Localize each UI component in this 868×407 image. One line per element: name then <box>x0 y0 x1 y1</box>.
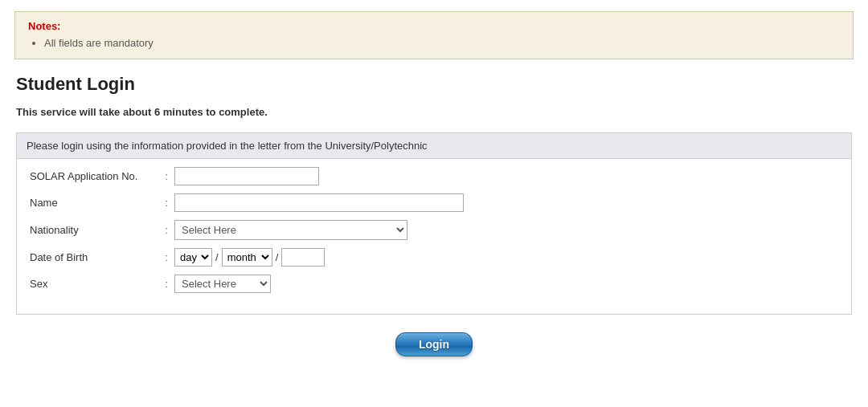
sex-label: Sex <box>30 278 158 290</box>
form-header: Please login using the information provi… <box>17 133 851 159</box>
sex-row: Sex : Select HereMaleFemale <box>30 275 838 293</box>
page-title: Student Login <box>16 74 852 95</box>
nationality-label: Nationality <box>30 224 158 236</box>
dob-month-select[interactable]: monthJanFebMarAprMayJunJulAugSepOctNovDe… <box>222 248 272 267</box>
form-body: SOLAR Application No. : Name : Nationali… <box>17 159 851 314</box>
name-input[interactable] <box>174 193 464 212</box>
dob-container: day1234567891011121314151617181920212223… <box>174 248 838 267</box>
dob-colon: : <box>158 251 174 263</box>
solar-field <box>174 167 838 185</box>
solar-input[interactable] <box>174 167 319 185</box>
name-field <box>174 193 838 212</box>
nationality-colon: : <box>158 224 174 236</box>
name-row: Name : <box>30 193 838 212</box>
nationality-row: Nationality : Select HereSingapore Citiz… <box>30 220 838 240</box>
notes-title: Notes: <box>28 20 840 32</box>
dob-label: Date of Birth <box>30 251 158 263</box>
sex-colon: : <box>158 278 174 290</box>
solar-row: SOLAR Application No. : <box>30 167 838 185</box>
dob-row: Date of Birth : day123456789101112131415… <box>30 248 838 267</box>
name-label: Name <box>30 197 158 209</box>
main-content: Student Login This service will take abo… <box>0 74 868 356</box>
dob-field: day1234567891011121314151617181920212223… <box>174 248 838 267</box>
solar-colon: : <box>158 170 174 182</box>
dob-day-select[interactable]: day1234567891011121314151617181920212223… <box>174 248 212 267</box>
service-info: This service will take about 6 minutes t… <box>16 106 852 118</box>
solar-label: SOLAR Application No. <box>30 170 158 182</box>
sex-field: Select HereMaleFemale <box>174 275 838 293</box>
notes-list: All fields are mandatory <box>28 37 840 49</box>
dob-slash2: / <box>276 251 279 263</box>
notes-item: All fields are mandatory <box>44 37 840 49</box>
sex-select[interactable]: Select HereMaleFemale <box>174 275 271 293</box>
button-row: Login <box>16 332 852 356</box>
login-button[interactable]: Login <box>395 332 473 356</box>
nationality-select[interactable]: Select HereSingapore CitizenSingapore PR… <box>174 220 407 240</box>
name-colon: : <box>158 197 174 209</box>
dob-year-input[interactable] <box>281 248 325 267</box>
form-container: Please login using the information provi… <box>16 132 852 315</box>
notes-box: Notes: All fields are mandatory <box>14 11 854 59</box>
nationality-field: Select HereSingapore CitizenSingapore PR… <box>174 220 838 240</box>
dob-slash1: / <box>215 251 219 263</box>
